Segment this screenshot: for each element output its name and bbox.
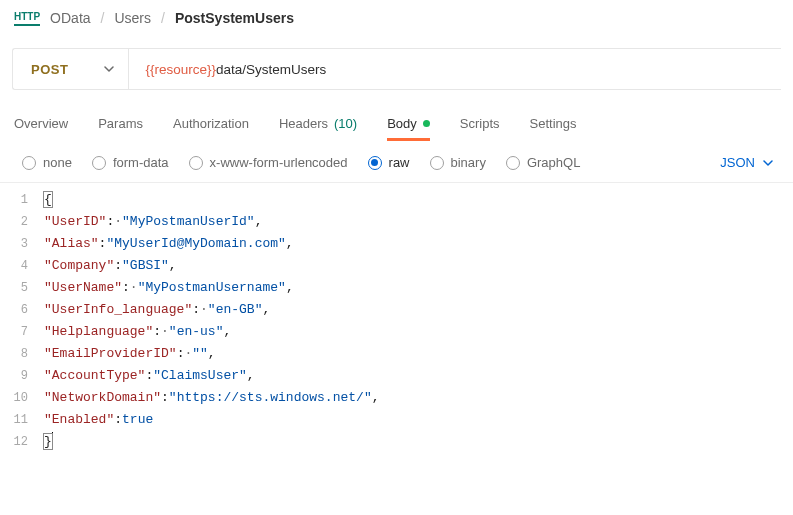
request-tabs: Overview Params Authorization Headers (1… xyxy=(0,98,793,145)
url-text: data/SystemUsers xyxy=(216,62,326,77)
line-code: "Enabled":true xyxy=(44,409,153,431)
editor-line[interactable]: 2"UserID":·"MyPostmanUserId", xyxy=(0,211,793,233)
body-type-xwww[interactable]: x-www-form-urlencoded xyxy=(189,155,348,170)
radio-icon xyxy=(189,156,203,170)
editor-line[interactable]: 7"Helplanguage":·"en-us", xyxy=(0,321,793,343)
breadcrumb-part[interactable]: Users xyxy=(114,10,151,26)
breadcrumb-current: PostSystemUsers xyxy=(175,10,294,26)
radio-icon xyxy=(22,156,36,170)
editor-line[interactable]: 6"UserInfo_language":·"en-GB", xyxy=(0,299,793,321)
editor-line[interactable]: 3"Alias":"MyUserId@MyDomain.com", xyxy=(0,233,793,255)
body-type-binary[interactable]: binary xyxy=(430,155,486,170)
line-number: 8 xyxy=(0,343,44,365)
breadcrumb: HTTP OData / Users / PostSystemUsers xyxy=(0,0,793,40)
tab-overview[interactable]: Overview xyxy=(14,110,68,141)
line-number: 2 xyxy=(0,211,44,233)
body-type-raw[interactable]: raw xyxy=(368,155,410,170)
line-number: 10 xyxy=(0,387,44,409)
body-type-graphql[interactable]: GraphQL xyxy=(506,155,580,170)
line-number: 5 xyxy=(0,277,44,299)
url-input[interactable]: {{resource}}data/SystemUsers xyxy=(129,62,781,77)
tab-headers-count: (10) xyxy=(334,116,357,131)
request-row: POST {{resource}}data/SystemUsers xyxy=(12,48,781,90)
tab-authorization[interactable]: Authorization xyxy=(173,110,249,141)
editor-line[interactable]: 5"UserName":·"MyPostmanUsername", xyxy=(0,277,793,299)
tab-body[interactable]: Body xyxy=(387,110,430,141)
editor-line[interactable]: 11"Enabled":true xyxy=(0,409,793,431)
breadcrumb-sep: / xyxy=(101,10,105,26)
modified-dot-icon xyxy=(423,120,430,127)
line-code: "Helplanguage":·"en-us", xyxy=(44,321,231,343)
code-editor[interactable]: 1{2"UserID":·"MyPostmanUserId",3"Alias":… xyxy=(0,183,793,453)
line-number: 11 xyxy=(0,409,44,431)
breadcrumb-part[interactable]: OData xyxy=(50,10,90,26)
body-type-none[interactable]: none xyxy=(22,155,72,170)
tab-scripts[interactable]: Scripts xyxy=(460,110,500,141)
line-number: 1 xyxy=(0,189,44,211)
line-code: "AccountType":"ClaimsUser", xyxy=(44,365,255,387)
line-code: "UserName":·"MyPostmanUsername", xyxy=(44,277,294,299)
line-code: "Company":"GBSI", xyxy=(44,255,177,277)
line-code: "UserID":·"MyPostmanUserId", xyxy=(44,211,262,233)
tab-settings[interactable]: Settings xyxy=(530,110,577,141)
editor-line[interactable]: 9"AccountType":"ClaimsUser", xyxy=(0,365,793,387)
line-code: "UserInfo_language":·"en-GB", xyxy=(44,299,270,321)
radio-icon xyxy=(92,156,106,170)
body-language-select[interactable]: JSON xyxy=(720,155,779,170)
line-code: "NetworkDomain":"https://sts.windows.net… xyxy=(44,387,380,409)
line-code: } xyxy=(44,431,53,453)
tab-headers-label: Headers xyxy=(279,116,328,131)
radio-icon xyxy=(506,156,520,170)
breadcrumb-sep: / xyxy=(161,10,165,26)
body-language-label: JSON xyxy=(720,155,755,170)
body-type-formdata[interactable]: form-data xyxy=(92,155,169,170)
chevron-down-icon xyxy=(763,158,773,168)
editor-line[interactable]: 12} xyxy=(0,431,793,453)
line-number: 4 xyxy=(0,255,44,277)
body-type-row: none form-data x-www-form-urlencoded raw… xyxy=(0,145,793,183)
line-number: 7 xyxy=(0,321,44,343)
http-badge-icon: HTTP xyxy=(14,11,40,26)
editor-line[interactable]: 4"Company":"GBSI", xyxy=(0,255,793,277)
tab-headers[interactable]: Headers (10) xyxy=(279,110,357,141)
line-code: "EmailProviderID":·"", xyxy=(44,343,216,365)
tab-params[interactable]: Params xyxy=(98,110,143,141)
line-code: "Alias":"MyUserId@MyDomain.com", xyxy=(44,233,294,255)
line-number: 3 xyxy=(0,233,44,255)
method-label: POST xyxy=(31,62,68,77)
method-select[interactable]: POST xyxy=(13,62,128,77)
radio-icon xyxy=(430,156,444,170)
editor-line[interactable]: 1{ xyxy=(0,189,793,211)
url-variable: {{resource}} xyxy=(145,62,216,77)
tab-body-label: Body xyxy=(387,116,417,131)
line-number: 12 xyxy=(0,431,44,453)
line-code: { xyxy=(44,189,52,211)
editor-line[interactable]: 8"EmailProviderID":·"", xyxy=(0,343,793,365)
radio-checked-icon xyxy=(368,156,382,170)
editor-line[interactable]: 10"NetworkDomain":"https://sts.windows.n… xyxy=(0,387,793,409)
chevron-down-icon xyxy=(104,64,114,74)
line-number: 9 xyxy=(0,365,44,387)
line-number: 6 xyxy=(0,299,44,321)
